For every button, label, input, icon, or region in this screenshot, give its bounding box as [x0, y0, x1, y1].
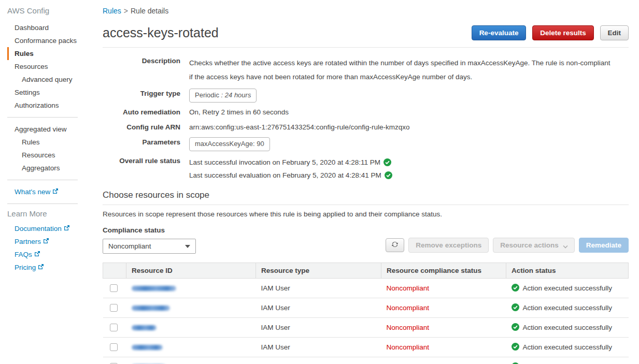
- resource-actions-label: Resource actions: [500, 241, 559, 249]
- action-status-cell: Action executed successfully: [512, 298, 623, 317]
- partners-link[interactable]: Partners: [0, 235, 102, 248]
- resource-type-cell: IAM User: [256, 357, 381, 364]
- header-actions: Re-evaluate Delete results Edit: [472, 25, 629, 40]
- compliance-filter: Compliance status Noncompliant: [103, 226, 196, 254]
- resource-actions-button[interactable]: Resource actions: [493, 238, 575, 253]
- table-row: IAM User Noncompliant Action executed su…: [103, 279, 629, 298]
- remediate-button[interactable]: Remediate: [579, 238, 629, 253]
- scope-description: Resources in scope represent those resou…: [103, 210, 629, 218]
- trigger-type-value: Periodic : 24 hours: [189, 89, 257, 103]
- resource-type-cell: IAM User: [256, 279, 381, 298]
- faqs-label: FAQs: [15, 251, 32, 258]
- partners-label: Partners: [15, 238, 41, 245]
- compliance-status-selected-value: Noncompliant: [108, 242, 151, 250]
- table-row: IAM User Noncompliant Action executed su…: [103, 338, 629, 357]
- sidebar: AWS Config Dashboard Conformance packs R…: [0, 0, 102, 364]
- config-rule-arn-label: Config rule ARN: [103, 122, 180, 133]
- trigger-type-detail: : 24 hours: [221, 91, 251, 99]
- whats-new-link[interactable]: What's new: [0, 185, 102, 198]
- chevron-down-icon: [563, 243, 567, 247]
- refresh-button[interactable]: [386, 238, 404, 252]
- select-all-header-cell: [103, 263, 126, 279]
- sidebar-item-dashboard[interactable]: Dashboard: [0, 21, 102, 34]
- description-label: Description: [103, 56, 180, 84]
- compliance-status-cell: Noncompliant: [381, 298, 506, 318]
- external-link-icon: [38, 264, 44, 271]
- compliance-status-cell: Noncompliant: [381, 338, 506, 357]
- row-checkbox[interactable]: [110, 304, 118, 312]
- trigger-type-chip: Periodic : 24 hours: [189, 89, 257, 103]
- sidebar-item-resources[interactable]: Resources: [0, 60, 102, 73]
- redacted-resource-id[interactable]: [132, 325, 157, 330]
- pricing-label: Pricing: [15, 264, 36, 271]
- success-check-icon: [384, 158, 391, 166]
- trigger-type-name: Periodic: [195, 91, 219, 99]
- action-status-cell: Action executed successfully: [512, 338, 623, 357]
- redacted-resource-id[interactable]: [132, 305, 170, 311]
- breadcrumb: Rules>Rule details: [103, 7, 629, 15]
- sidebar-item-conformance-packs[interactable]: Conformance packs: [0, 34, 102, 47]
- documentation-link[interactable]: Documentation: [0, 222, 102, 235]
- table-row: IAM User Noncompliant Action executed su…: [103, 357, 629, 364]
- sidebar-item-rules[interactable]: Rules: [7, 47, 102, 60]
- config-rule-arn-value: arn:aws:config:us-east-1:276751433254:co…: [189, 122, 410, 133]
- table-row: IAM User Noncompliant Action executed su…: [103, 298, 629, 318]
- remove-exceptions-button[interactable]: Remove exceptions: [408, 238, 489, 253]
- sidebar-item-settings[interactable]: Settings: [0, 86, 102, 99]
- parameters-label: Parameters: [103, 137, 180, 151]
- re-evaluate-button[interactable]: Re-evaluate: [472, 25, 527, 40]
- learn-more-heading: Learn More: [0, 209, 102, 218]
- success-check-icon: [512, 284, 519, 293]
- compliance-status-header: Resource compliance status: [381, 263, 506, 279]
- sidebar-item-advanced-query[interactable]: Advanced query: [0, 73, 102, 86]
- breadcrumb-rules-link[interactable]: Rules: [103, 7, 121, 15]
- compliance-status-dropdown[interactable]: Noncompliant: [103, 239, 196, 254]
- compliance-status-cell: Noncompliant: [381, 279, 506, 298]
- auto-remediation-row: Auto remediation On, Retry 2 times in 60…: [103, 107, 629, 118]
- external-link-icon: [52, 188, 59, 196]
- success-check-icon: [512, 362, 519, 364]
- action-status-cell: Action executed successfully: [512, 279, 623, 298]
- evaluation-status-text: Last successful evaluation on February 5…: [189, 169, 381, 182]
- success-check-icon: [512, 303, 519, 313]
- success-check-icon: [512, 343, 519, 352]
- delete-results-button[interactable]: Delete results: [532, 25, 594, 40]
- scope-section-heading: Choose resources in scope: [103, 190, 629, 200]
- invocation-status-text: Last successful invocation on February 5…: [189, 156, 380, 169]
- resources-table: Resource ID Resource type Resource compl…: [103, 263, 629, 364]
- resource-id-header: Resource ID: [126, 263, 256, 279]
- chevron-down-icon: [185, 245, 190, 248]
- external-link-icon: [43, 238, 49, 245]
- redacted-resource-id[interactable]: [132, 345, 163, 350]
- table-row: IAM User Noncompliant Action executed su…: [103, 318, 629, 338]
- resource-type-header: Resource type: [256, 263, 381, 279]
- description-row: Description Checks whether the active ac…: [103, 56, 629, 84]
- row-checkbox[interactable]: [110, 324, 118, 331]
- row-checkbox[interactable]: [110, 343, 118, 351]
- compliance-status-cell: Noncompliant: [381, 357, 506, 364]
- success-check-icon: [512, 323, 519, 332]
- resource-action-buttons: Remove exceptions Resource actions Remed…: [386, 238, 629, 253]
- edit-button[interactable]: Edit: [600, 25, 629, 40]
- sidebar-item-aggregated-resources[interactable]: Resources: [0, 149, 102, 162]
- resource-type-cell: IAM User: [256, 338, 381, 357]
- resource-type-cell: IAM User: [256, 298, 381, 318]
- row-checkbox[interactable]: [110, 284, 118, 292]
- success-check-icon: [385, 171, 392, 179]
- auto-remediation-value: On, Retry 2 times in 60 seconds: [189, 107, 289, 118]
- redacted-resource-id[interactable]: [132, 286, 176, 291]
- refresh-icon: [391, 241, 399, 250]
- sidebar-item-authorizations[interactable]: Authorizations: [0, 99, 102, 112]
- parameters-chip: maxAccessKeyAge: 90: [189, 137, 270, 151]
- main-content: Rules>Rule details access-keys-rotated R…: [102, 0, 639, 364]
- description-value: Checks whether the active access keys ar…: [189, 56, 614, 84]
- faqs-link[interactable]: FAQs: [0, 248, 102, 261]
- action-status-text: Action executed successfully: [523, 324, 613, 331]
- sidebar-item-aggregated-view[interactable]: Aggregated view: [0, 123, 102, 136]
- action-status-cell: Action executed successfully: [512, 357, 623, 364]
- sidebar-divider: [7, 117, 78, 118]
- action-status-header: Action status: [506, 263, 629, 279]
- pricing-link[interactable]: Pricing: [0, 261, 102, 274]
- sidebar-item-aggregators[interactable]: Aggregators: [0, 162, 102, 174]
- sidebar-item-aggregated-rules[interactable]: Rules: [0, 136, 102, 149]
